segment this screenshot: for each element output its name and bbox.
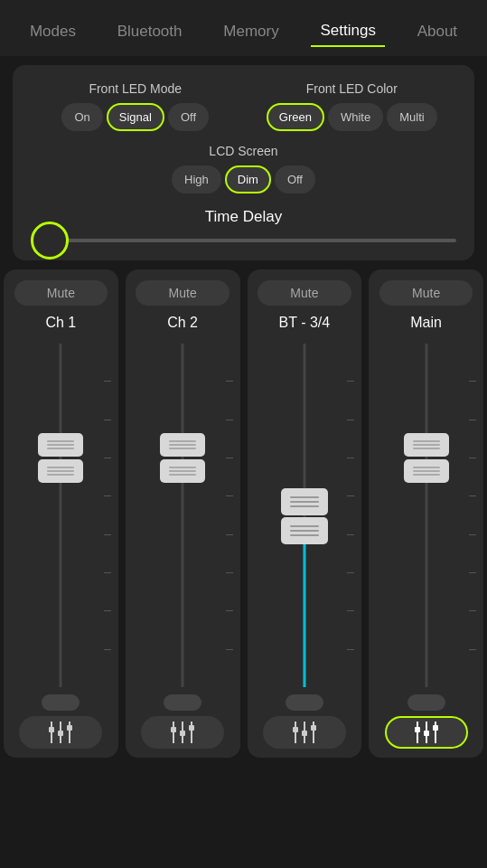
lcd-screen-title: LCD Screen bbox=[27, 144, 460, 158]
ch2-mixer-icon-btn[interactable] bbox=[141, 716, 224, 749]
ch1-bottom bbox=[9, 694, 113, 749]
svg-rect-1 bbox=[49, 727, 54, 732]
nav-memory[interactable]: Memory bbox=[214, 17, 287, 46]
lcd-screen-buttons: High Dim Off bbox=[27, 165, 460, 193]
bt34-ticks bbox=[347, 344, 354, 687]
led-mode-off[interactable]: Off bbox=[168, 103, 209, 131]
front-led-mode-buttons: On Signal Off bbox=[27, 103, 244, 131]
front-led-color-title: Front LED Color bbox=[244, 81, 461, 96]
bt34-mute-button[interactable]: Mute bbox=[258, 280, 351, 306]
svg-rect-17 bbox=[311, 725, 316, 731]
bt34-fader-handle[interactable] bbox=[281, 488, 328, 544]
bt34-fader-area bbox=[253, 344, 357, 687]
bt34-name: BT - 3/4 bbox=[279, 315, 331, 331]
settings-panel: Front LED Mode On Signal Off Front LED C… bbox=[13, 65, 474, 260]
ch2-fader-handle[interactable] bbox=[160, 433, 205, 483]
svg-rect-13 bbox=[293, 727, 298, 732]
main-fader-handle[interactable] bbox=[404, 433, 449, 483]
ch2-fader-area bbox=[131, 344, 235, 687]
ch2-bottom bbox=[131, 694, 235, 749]
time-delay-slider-container bbox=[31, 239, 456, 242]
main-track bbox=[425, 344, 427, 687]
channel-main: Mute Main bbox=[369, 269, 483, 758]
bt34-track-cyan bbox=[303, 533, 305, 687]
nav-bluetooth[interactable]: Bluetooth bbox=[108, 17, 192, 46]
main-mute-button[interactable]: Mute bbox=[379, 280, 473, 306]
main-mixer-icon-btn[interactable] bbox=[385, 716, 468, 749]
ch1-mixer-icon bbox=[46, 722, 75, 743]
nav-modes[interactable]: Modes bbox=[21, 17, 85, 46]
ch1-mute-button[interactable]: Mute bbox=[14, 280, 108, 306]
nav-settings[interactable]: Settings bbox=[311, 16, 384, 47]
main-name: Main bbox=[410, 315, 442, 331]
main-fader-wrapper bbox=[374, 344, 478, 687]
main-oval[interactable] bbox=[407, 694, 445, 711]
channel-1: Mute Ch 1 bbox=[4, 269, 118, 758]
bt34-mixer-icon bbox=[290, 722, 319, 743]
ch1-fader-area bbox=[9, 344, 113, 687]
svg-rect-7 bbox=[171, 727, 176, 732]
ch1-fader-wrapper bbox=[9, 344, 113, 687]
front-led-mode-group: Front LED Mode On Signal Off bbox=[27, 81, 244, 131]
nav-bar: Modes Bluetooth Memory Settings About bbox=[0, 0, 487, 56]
svg-rect-23 bbox=[433, 725, 438, 731]
nav-about[interactable]: About bbox=[408, 17, 466, 46]
ch1-name: Ch 1 bbox=[45, 315, 76, 331]
main-bottom bbox=[374, 694, 478, 749]
bt34-mixer-icon-btn[interactable] bbox=[263, 716, 346, 749]
led-color-green[interactable]: Green bbox=[267, 103, 324, 131]
lcd-dim[interactable]: Dim bbox=[225, 165, 271, 193]
svg-rect-11 bbox=[189, 725, 194, 731]
ch1-fader-handle[interactable] bbox=[38, 433, 83, 483]
led-mode-signal[interactable]: Signal bbox=[107, 103, 164, 131]
ch1-oval[interactable] bbox=[42, 694, 80, 711]
time-delay-thumb[interactable] bbox=[31, 222, 69, 259]
lcd-high[interactable]: High bbox=[172, 165, 221, 193]
bt34-bottom bbox=[253, 694, 357, 749]
ch2-fader-wrapper bbox=[131, 344, 235, 687]
time-delay-section: Time Delay bbox=[27, 208, 460, 242]
front-led-mode-title: Front LED Mode bbox=[27, 81, 244, 96]
svg-rect-9 bbox=[180, 731, 185, 736]
ch1-track bbox=[60, 344, 62, 687]
svg-rect-15 bbox=[302, 731, 307, 736]
led-color-multi[interactable]: Multi bbox=[387, 103, 436, 131]
svg-rect-19 bbox=[415, 727, 420, 732]
channel-bt34: Mute BT - 3/4 bbox=[248, 269, 362, 758]
svg-rect-5 bbox=[67, 725, 72, 731]
led-color-white[interactable]: White bbox=[328, 103, 383, 131]
ch2-ticks bbox=[226, 344, 233, 687]
time-delay-title: Time Delay bbox=[31, 208, 456, 226]
svg-rect-3 bbox=[58, 731, 63, 736]
lcd-off[interactable]: Off bbox=[275, 165, 315, 193]
led-mode-on[interactable]: On bbox=[61, 103, 102, 131]
bt34-oval[interactable] bbox=[286, 694, 323, 711]
led-row: Front LED Mode On Signal Off Front LED C… bbox=[27, 81, 460, 131]
channel-2: Mute Ch 2 bbox=[126, 269, 240, 758]
front-led-color-buttons: Green White Multi bbox=[244, 103, 461, 131]
ch2-mute-button[interactable]: Mute bbox=[136, 280, 229, 306]
ch2-name: Ch 2 bbox=[167, 315, 198, 331]
svg-rect-21 bbox=[424, 731, 429, 736]
bt34-fader-wrapper bbox=[253, 344, 357, 687]
main-ticks bbox=[469, 344, 476, 687]
ch2-track bbox=[182, 344, 184, 687]
lcd-screen-section: LCD Screen High Dim Off bbox=[27, 144, 460, 193]
ch2-mixer-icon bbox=[168, 722, 197, 743]
main-mixer-icon bbox=[412, 722, 441, 743]
ch1-ticks bbox=[104, 344, 111, 687]
front-led-color-group: Front LED Color Green White Multi bbox=[244, 81, 461, 131]
ch2-oval[interactable] bbox=[164, 694, 201, 711]
time-delay-track bbox=[31, 239, 456, 242]
main-fader-area bbox=[374, 344, 478, 687]
ch1-mixer-icon-btn[interactable] bbox=[19, 716, 102, 749]
mixer-section: Mute Ch 1 bbox=[0, 269, 487, 758]
